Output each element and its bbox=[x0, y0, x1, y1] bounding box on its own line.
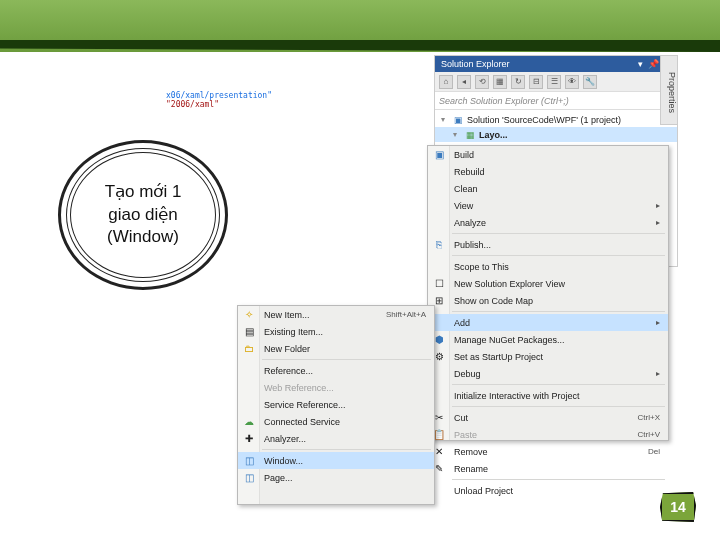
callout-oval: Tạo mới 1 giao diện (Window) bbox=[58, 140, 228, 290]
add-submenu: ✧New Item...Shift+Alt+A ▤Existing Item..… bbox=[237, 305, 435, 505]
solution-explorer-title: Solution Explorer bbox=[441, 56, 510, 72]
add-service-reference[interactable]: Service Reference... bbox=[238, 396, 434, 413]
menu-remove[interactable]: ✕RemoveDel bbox=[428, 443, 668, 460]
csproj-icon: ▦ bbox=[464, 129, 476, 141]
xaml-code-snippet: x06/xaml/presentation" "2006/xaml" bbox=[162, 89, 274, 123]
build-icon: ▣ bbox=[431, 149, 447, 160]
show-all-icon[interactable]: ▦ bbox=[493, 75, 507, 89]
menu-build[interactable]: ▣Build bbox=[428, 146, 668, 163]
new-item-icon: ✧ bbox=[241, 309, 257, 320]
sync-icon[interactable]: ⟲ bbox=[475, 75, 489, 89]
project-node[interactable]: ▾ ▦ Layo... bbox=[435, 127, 677, 142]
window-icon: ☐ bbox=[431, 278, 447, 289]
menu-paste: 📋PasteCtrl+V bbox=[428, 426, 668, 443]
solution-explorer-titlebar: Solution Explorer ▾ 📌 × bbox=[435, 56, 677, 72]
analyzer-icon: ✚ bbox=[241, 433, 257, 444]
solution-explorer-search[interactable]: Search Solution Explorer (Ctrl+;) bbox=[435, 92, 677, 110]
collapse-icon[interactable]: ⊟ bbox=[529, 75, 543, 89]
chevron-right-icon: ▸ bbox=[656, 218, 660, 227]
properties-icon[interactable]: ☰ bbox=[547, 75, 561, 89]
chevron-right-icon: ▸ bbox=[656, 318, 660, 327]
properties-tab[interactable]: Properties bbox=[660, 55, 678, 125]
back-icon[interactable]: ◂ bbox=[457, 75, 471, 89]
menu-publish[interactable]: ⎘Publish... bbox=[428, 236, 668, 253]
menu-new-solution-view[interactable]: ☐New Solution Explorer View bbox=[428, 275, 668, 292]
menu-analyze[interactable]: Analyze▸ bbox=[428, 214, 668, 231]
menu-view[interactable]: View▸ bbox=[428, 197, 668, 214]
existing-item-icon: ▤ bbox=[241, 326, 257, 337]
visual-studio-screenshot: x06/xaml/presentation" "2006/xaml" Prope… bbox=[162, 55, 678, 445]
connected-icon: ☁ bbox=[241, 416, 257, 427]
solution-node[interactable]: ▾ ▣ Solution 'SourceCode\WPF' (1 project… bbox=[435, 112, 677, 127]
publish-icon: ⎘ bbox=[431, 239, 447, 250]
menu-add[interactable]: Add▸ bbox=[428, 314, 668, 331]
menu-scope[interactable]: Scope to This bbox=[428, 258, 668, 275]
home-icon[interactable]: ⌂ bbox=[439, 75, 453, 89]
menu-debug[interactable]: Debug▸ bbox=[428, 365, 668, 382]
menu-rebuild[interactable]: Rebuild bbox=[428, 163, 668, 180]
menu-codemap[interactable]: ⊞Show on Code Map bbox=[428, 292, 668, 309]
menu-unload[interactable]: Unload Project bbox=[428, 482, 668, 499]
menu-interactive[interactable]: Initialize Interactive with Project bbox=[428, 387, 668, 404]
add-analyzer[interactable]: ✚Analyzer... bbox=[238, 430, 434, 447]
add-connected-service[interactable]: ☁Connected Service bbox=[238, 413, 434, 430]
wrench-icon[interactable]: 🔧 bbox=[583, 75, 597, 89]
slide-header-band bbox=[0, 0, 720, 52]
chevron-right-icon: ▸ bbox=[656, 201, 660, 210]
page-icon: ◫ bbox=[241, 472, 257, 483]
pin-icon[interactable]: 📌 bbox=[648, 56, 658, 72]
add-page[interactable]: ◫Page... bbox=[238, 469, 434, 486]
dropdown-icon[interactable]: ▾ bbox=[636, 56, 646, 72]
refresh-icon[interactable]: ↻ bbox=[511, 75, 525, 89]
chevron-down-icon: ▾ bbox=[453, 130, 461, 139]
menu-nuget[interactable]: ⬢Manage NuGet Packages... bbox=[428, 331, 668, 348]
chevron-down-icon: ▾ bbox=[441, 115, 449, 124]
chevron-right-icon: ▸ bbox=[656, 369, 660, 378]
add-reference[interactable]: Reference... bbox=[238, 362, 434, 379]
callout-text: Tạo mới 1 giao diện (Window) bbox=[105, 181, 182, 250]
add-web-reference: Web Reference... bbox=[238, 379, 434, 396]
add-existing-item[interactable]: ▤Existing Item... bbox=[238, 323, 434, 340]
preview-icon[interactable]: 👁 bbox=[565, 75, 579, 89]
menu-startup[interactable]: ⚙Set as StartUp Project bbox=[428, 348, 668, 365]
window-icon: ◫ bbox=[241, 455, 257, 466]
menu-clean[interactable]: Clean bbox=[428, 180, 668, 197]
menu-cut[interactable]: ✂CutCtrl+X bbox=[428, 409, 668, 426]
add-new-folder[interactable]: 🗀New Folder bbox=[238, 340, 434, 357]
folder-icon: 🗀 bbox=[241, 343, 257, 354]
add-window[interactable]: ◫Window... bbox=[238, 452, 434, 469]
add-new-item[interactable]: ✧New Item...Shift+Alt+A bbox=[238, 306, 434, 323]
solution-icon: ▣ bbox=[452, 114, 464, 126]
project-context-menu: ▣Build Rebuild Clean View▸ Analyze▸ ⎘Pub… bbox=[427, 145, 669, 441]
menu-rename[interactable]: ✎Rename bbox=[428, 460, 668, 477]
solution-explorer-toolbar: ⌂ ◂ ⟲ ▦ ↻ ⊟ ☰ 👁 🔧 bbox=[435, 72, 677, 92]
